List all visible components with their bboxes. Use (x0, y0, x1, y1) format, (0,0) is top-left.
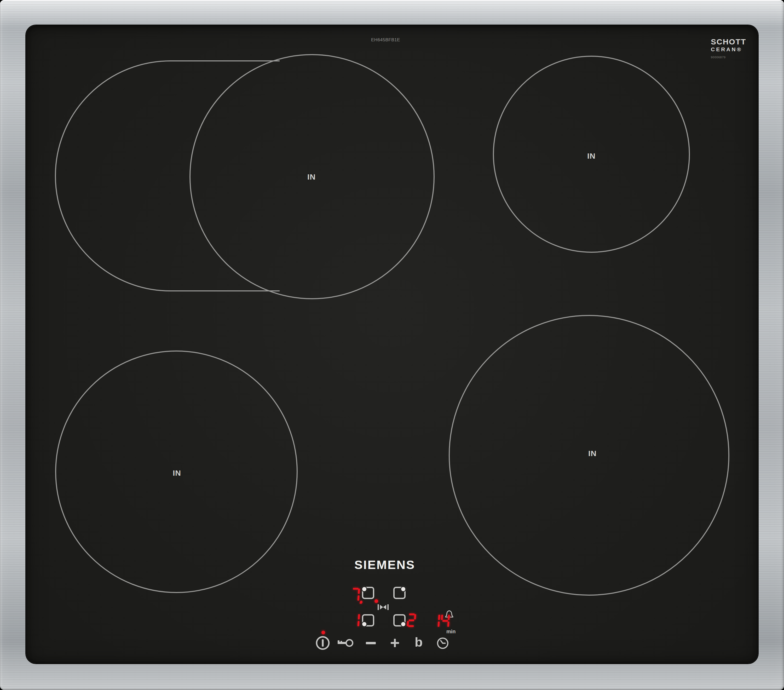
zone-select-rear-left[interactable] (362, 587, 374, 599)
child-lock-button[interactable] (337, 638, 354, 648)
zone-select-rear-right[interactable] (393, 587, 405, 599)
boost-button[interactable]: b (414, 635, 423, 649)
model-code-label: EH645BFB1E (371, 37, 400, 43)
induction-label-rear-right: IN (587, 152, 596, 160)
schott-line2: CERAN® (711, 46, 746, 52)
schott-line1: SCHOTT (711, 38, 746, 46)
hob-frame: IN IN IN IN EH645BFB1E SCHOTT CERAN® 900… (0, 0, 784, 690)
timer-unit-label: min (446, 629, 456, 635)
plus-icon (389, 637, 400, 649)
minus-icon (366, 642, 376, 644)
power-indicator-dot (321, 631, 325, 634)
induction-label-front-right: IN (588, 449, 596, 458)
induction-label-front-left: IN (173, 469, 181, 478)
zone-select-front-left[interactable] (362, 614, 374, 626)
ceramic-glass: IN IN IN IN EH645BFB1E SCHOTT CERAN® 900… (26, 25, 758, 663)
bridge-zone-icon (377, 603, 389, 611)
display-front-right-level (407, 613, 416, 627)
display-rear-left-level (351, 588, 360, 601)
plus-button[interactable] (389, 637, 400, 649)
boost-label: b (415, 636, 423, 649)
display-front-left-level (351, 613, 360, 627)
selected-zone-dot (374, 599, 378, 603)
zone-position-dot (401, 622, 405, 626)
timer-button[interactable] (437, 637, 449, 649)
zone-position-dot (401, 587, 405, 591)
minus-button[interactable] (365, 639, 377, 647)
schott-ceran-logo: SCHOTT CERAN® 90006879 (711, 38, 746, 59)
schott-subtext: 90006879 (711, 56, 746, 59)
induction-label-combi-left: IN (307, 173, 316, 181)
zone-select-front-right[interactable] (393, 614, 405, 626)
zone-position-dot (362, 587, 366, 591)
zone-position-dot (362, 622, 366, 626)
clock-icon (437, 637, 449, 649)
siemens-logo: SIEMENS (354, 558, 415, 572)
display-timer (431, 614, 450, 627)
key-icon (337, 638, 354, 648)
power-button[interactable] (315, 636, 330, 650)
zone-outline-combi-stadium (55, 61, 280, 291)
power-icon (315, 636, 330, 650)
